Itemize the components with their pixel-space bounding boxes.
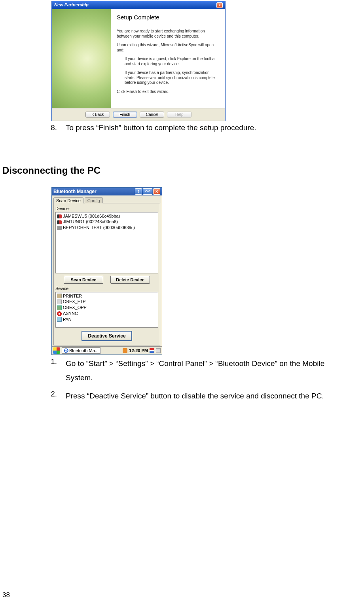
finish-button[interactable]: Finish [113,112,137,118]
step-1-number: 1. [47,356,66,385]
key-icon [57,214,62,218]
tray-icon[interactable] [150,348,154,353]
keyboard-icon[interactable] [156,348,161,353]
folder-icon [57,300,62,304]
taskbar-app-button[interactable]: ࿊ Bluetooth Ma... [62,347,101,354]
wizard-titlebar: New Partnership X [52,1,225,9]
device-item[interactable]: BERYLCHEN-TEST (00030d00639c) [57,225,157,231]
taskbar-time: 12:20 PM [129,348,148,353]
key-icon [57,220,62,224]
cancel-button[interactable]: Cancel [140,112,164,118]
start-icon[interactable] [53,347,60,354]
deactive-service-button[interactable]: Deactive Service [82,331,132,341]
service-item[interactable]: OBEX_OPP [57,305,157,311]
close-icon[interactable]: X [216,2,223,8]
wizard-text-1: You are now ready to start exchanging in… [117,29,220,39]
device-label: Device: [55,206,158,211]
service-label: Sevice: [55,286,158,291]
device-item[interactable]: JIMTUNG1 (002243a03ea8) [57,219,157,225]
service-item-label: OBEX_OPP [63,305,87,311]
service-item-label: OBEX_FTP [63,299,85,305]
device-item-label: BERYLCHEN-TEST (00030d00639c) [63,225,135,230]
section-heading: Disconnecting the PC [2,165,356,176]
lock-icon [57,226,62,230]
bt-title: Bluetooth Manager [53,189,97,194]
bluetooth-icon: ࿊ [64,348,68,353]
printer-icon [57,294,62,298]
wizard-footer: < Back Finish Cancel Help [52,108,225,121]
delete-device-button[interactable]: Delete Device [110,276,150,284]
wizard-bullet-2: If your device has a partnership, synchr… [125,70,220,85]
device-item-label: JIMTUNG1 (002243a03ea8) [63,219,118,224]
ok-button[interactable]: OK [143,188,152,195]
bluetooth-manager-window: Bluetooth Manager ? OK X Scan Device Con… [51,187,162,355]
wizard-content: Setup Complete You are now ready to star… [111,9,225,108]
step-1-text: Go to “Start” > “Settings” > “Control Pa… [66,356,352,385]
help-icon[interactable]: ? [135,188,142,195]
service-item-label: PAN [63,317,72,322]
device-item[interactable]: JAMESWU5 (001d60c49bba) [57,213,157,219]
back-button[interactable]: < Back [85,112,110,118]
wizard-text-2: Upon exiting this wizard, Microsoft Acti… [117,43,220,53]
device-list[interactable]: JAMESWU5 (001d60c49bba) JIMTUNG1 (002243… [55,212,158,273]
wizard-title: New Partnership [54,2,89,8]
tray-icon[interactable] [123,348,127,353]
step-8-text: To press “Finish” button to complete the… [66,123,352,133]
sync-icon [57,311,62,316]
wizard-bullet-1: If your device is a guest, click Explore… [125,57,220,66]
service-item-label: ASYNC [63,311,78,317]
service-item[interactable]: ASYNC [57,311,157,317]
bt-tabs: Scan Device Config [53,197,160,203]
tab-scan-device[interactable]: Scan Device [53,197,83,203]
close-icon[interactable]: X [153,188,160,195]
service-list[interactable]: PRINTER OBEX_FTP OBEX_OPP ASYNC PAN [55,292,158,328]
service-item[interactable]: PAN [57,317,157,322]
taskbar-app-label: Bluetooth Ma... [69,348,99,353]
step-8-number: 8. [47,123,66,133]
wizard-heading: Setup Complete [117,14,220,21]
service-item-label: PRINTER [63,293,82,299]
bt-titlebar: Bluetooth Manager ? OK X [52,188,162,195]
new-partnership-window: New Partnership X Setup Complete You are… [51,1,226,121]
step-2-number: 2. [47,389,66,403]
scan-device-button[interactable]: Scan Device [64,276,103,284]
wizard-text-3: Click Finish to exit this wizard. [117,89,220,95]
taskbar: ࿊ Bluetooth Ma... 12:20 PM [52,346,162,355]
tab-config[interactable]: Config [85,197,103,203]
service-item[interactable]: PRINTER [57,293,157,299]
wizard-sidebar-image [52,9,111,108]
transfer-icon [57,305,62,310]
step-2-text: Press “Deactive Service” button to disab… [66,389,352,403]
network-icon [57,317,62,322]
service-item[interactable]: OBEX_FTP [57,299,157,305]
page-number: 38 [2,591,10,599]
device-item-label: JAMESWU5 (001d60c49bba) [63,214,120,218]
help-button: Help [167,112,191,118]
